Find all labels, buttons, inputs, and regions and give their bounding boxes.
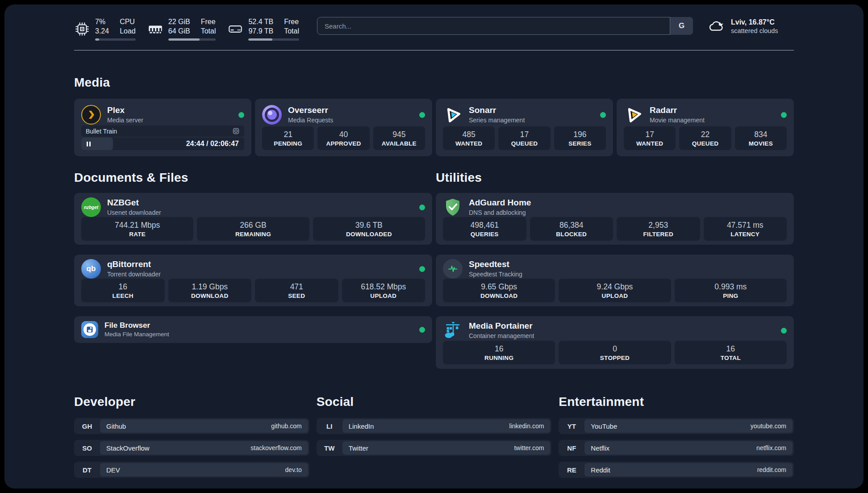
app-card-speedtest[interactable]: Speedtest Speedtest Tracking 9.65 Gbps D… — [436, 255, 794, 306]
stat-label: PING — [723, 292, 738, 299]
bookmark-url: github.com — [271, 422, 301, 430]
bookmark-github[interactable]: GH Github github.com — [74, 418, 309, 434]
search-input[interactable] — [317, 17, 693, 35]
stat-tile: 1.19 Gbps DOWNLOAD — [168, 279, 252, 302]
status-online-dot — [419, 112, 425, 118]
overseerr-icon — [262, 105, 282, 125]
stat-tile: 9.24 Gbps UPLOAD — [559, 279, 671, 302]
stat-tile: 16 TOTAL — [675, 341, 787, 364]
bookmark-twitter[interactable]: TW Twitter twitter.com — [317, 440, 552, 456]
stat-label: RUNNING — [484, 355, 513, 361]
stat-tile: 47.571 ms LATENCY — [704, 217, 787, 241]
bookmark-abbr: DT — [74, 462, 100, 478]
stat-label: QUEUED — [692, 140, 719, 147]
search-engine-button[interactable]: G — [670, 17, 693, 35]
stat-value: 16 — [726, 344, 735, 354]
stat-label: QUEUED — [511, 140, 538, 147]
section-documents-files: Documents & Files nzbget NZBGet Usenet d… — [74, 156, 432, 369]
stat-tile: 0.993 ms PING — [675, 279, 787, 302]
stat-label: AVAILABLE — [382, 140, 417, 147]
app-card-radarr[interactable]: Radarr Movie management 17 WANTED 22 QUE… — [617, 99, 794, 156]
app-description: Media Requests — [288, 117, 333, 124]
bookmark-name: Reddit — [591, 466, 610, 474]
app-description: Media File Management — [104, 331, 169, 338]
session-settings-icon[interactable] — [232, 127, 240, 135]
section-title-documents: Documents & Files — [74, 171, 432, 185]
stat-tile: 498,461 QUERIES — [443, 217, 526, 241]
disk-stat: 52.4 TB 97.9 TB Free Total — [227, 17, 299, 41]
status-online-dot — [781, 328, 787, 334]
app-card-overseerr[interactable]: Overseerr Media Requests 21 PENDING 40 A… — [255, 99, 432, 156]
stat-label: LEECH — [113, 292, 134, 299]
sonarr-icon — [443, 105, 463, 125]
bookmark-name: Github — [106, 422, 126, 430]
bookmark-dev[interactable]: DT DEV dev.to — [74, 462, 309, 478]
stat-value: 17 — [520, 130, 529, 139]
app-name: Radarr — [650, 106, 705, 115]
stat-value: 1.19 Gbps — [192, 282, 228, 292]
section-title-entertainment: Entertainment — [559, 395, 794, 409]
bookmark-abbr: GH — [74, 418, 100, 434]
app-card-portainer[interactable]: Media Portainer Container management 16 … — [436, 316, 794, 369]
bookmark-abbr: YT — [559, 418, 584, 434]
app-card-nzbget[interactable]: nzbget NZBGet Usenet downloader 744.21 M… — [74, 193, 432, 245]
status-online-dot — [238, 112, 244, 118]
stat-label: WANTED — [455, 140, 482, 147]
app-card-qbittorrent[interactable]: qb qBittorrent Torrent downloader 16 LEE… — [74, 255, 432, 306]
stat-label: MOVIES — [749, 140, 773, 147]
disk-progress-bar — [248, 38, 299, 41]
app-name: Speedtest — [469, 260, 522, 269]
filebrowser-icon — [81, 321, 98, 338]
app-description: Series management — [469, 117, 525, 124]
stat-value: 21 — [284, 130, 292, 139]
stat-tile: 485 WANTED — [443, 126, 495, 150]
search-bar: G — [317, 17, 693, 35]
plex-icon — [81, 105, 101, 125]
stat-label: UPLOAD — [370, 292, 396, 299]
bookmark-linkedin[interactable]: LI LinkedIn linkedin.com — [317, 418, 552, 434]
app-card-sonarr[interactable]: Sonarr Series management 485 WANTED 17 Q… — [436, 99, 613, 156]
pause-icon[interactable] — [87, 142, 91, 146]
stat-value: 834 — [754, 130, 767, 139]
stat-label: LATENCY — [730, 231, 760, 238]
bookmark-youtube[interactable]: YT YouTube youtube.com — [559, 418, 794, 434]
ram-total: 64 GiB — [168, 27, 190, 35]
stat-value: 47.571 ms — [727, 221, 764, 230]
weather-location: Lviv, 16.87°C — [731, 18, 778, 26]
stat-label: SEED — [288, 292, 305, 299]
stat-tile: 471 SEED — [255, 279, 338, 302]
section-title-social: Social — [317, 395, 552, 409]
status-online-dot — [600, 112, 606, 118]
now-playing-row: Bullet Train — [81, 125, 244, 137]
stat-tile: 196 SERIES — [554, 126, 606, 150]
bookmark-netflix[interactable]: NF Netflix netflix.com — [559, 440, 794, 456]
app-card-filebrowser[interactable]: File Browser Media File Management — [74, 316, 432, 343]
cpu-percent: 7% — [95, 17, 109, 26]
bookmark-reddit[interactable]: RE Reddit reddit.com — [559, 462, 794, 478]
system-stats: 7% 3.24 CPU Load — [74, 17, 299, 41]
app-name: Overseerr — [288, 106, 333, 115]
ram-free: 22 GiB — [168, 17, 190, 26]
stat-tile: 16 RUNNING — [443, 341, 555, 364]
app-name: Plex — [107, 106, 143, 115]
bookmark-stackoverflow[interactable]: SO StackOverflow stackoverflow.com — [74, 440, 309, 456]
bookmark-name: YouTube — [591, 422, 617, 430]
bookmark-url: reddit.com — [757, 466, 786, 473]
app-description: DNS and adblocking — [469, 209, 531, 216]
bookmark-name: LinkedIn — [349, 422, 374, 430]
radarr-icon — [624, 105, 643, 125]
stat-label: RATE — [129, 231, 146, 238]
app-card-plex[interactable]: Plex Media server Bullet Train — [74, 99, 251, 156]
status-online-dot — [781, 112, 787, 118]
stat-value: 618.52 Mbps — [361, 282, 406, 292]
app-name: Media Portainer — [469, 322, 534, 331]
stat-tile: 618.52 Mbps UPLOAD — [342, 279, 426, 302]
adguard-icon — [443, 197, 463, 217]
bookmark-url: netflix.com — [756, 444, 786, 451]
bookmark-url: linkedin.com — [509, 422, 544, 430]
stat-tile: 9.65 Gbps DOWNLOAD — [443, 279, 555, 302]
stat-label: DOWNLOAD — [191, 292, 228, 299]
app-description: Media server — [107, 117, 143, 124]
app-card-adguard[interactable]: AdGuard Home DNS and adblocking 498,461 … — [436, 193, 794, 245]
stat-tile: 266 GB REMAINING — [197, 217, 309, 241]
